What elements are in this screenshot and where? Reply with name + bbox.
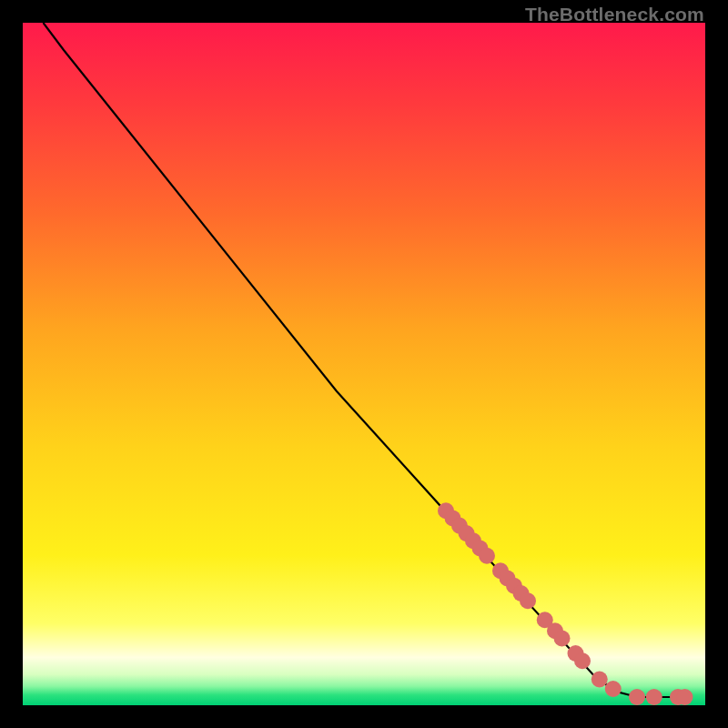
chart-overlay [23,23,705,705]
data-marker [677,689,693,705]
data-marker [520,592,536,609]
watermark-label: TheBottleneck.com [525,4,704,25]
data-marker [574,652,591,669]
data-markers [438,502,693,705]
chart-frame: TheBottleneck.com [0,0,728,728]
plot-area [23,23,705,705]
data-marker [479,548,495,564]
data-marker [554,631,571,647]
data-marker [646,689,662,705]
data-marker [592,672,608,688]
data-marker [605,681,622,697]
data-marker [629,689,645,705]
bottleneck-curve [44,23,685,697]
